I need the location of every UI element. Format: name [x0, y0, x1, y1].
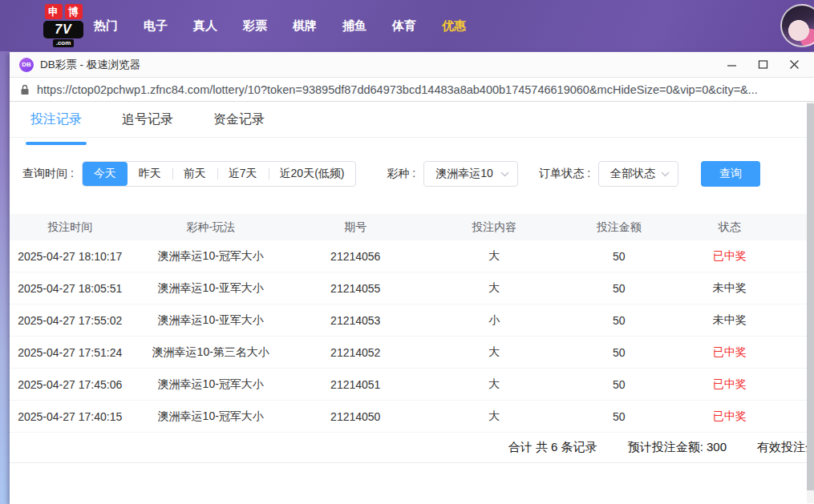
time-option-last-7-days[interactable]: 近7天 [217, 162, 269, 186]
cell-amount: 50 [569, 250, 669, 263]
time-filter-group: 今天昨天前天近7天近20天(低频) [82, 161, 357, 187]
window-title: DB彩票 - 极速浏览器 [40, 58, 140, 72]
cell-game: 澳洲幸运10-第三名大小 [130, 345, 291, 360]
cell-amount: 50 [569, 378, 669, 391]
nav-item-sports[interactable]: 体育 [391, 18, 417, 34]
time-option-today[interactable]: 今天 [83, 162, 128, 186]
cell-issue: 21214050 [291, 410, 419, 423]
cell-content: 大 [420, 281, 569, 296]
window-titlebar[interactable]: DB DB彩票 - 极速浏览器 [10, 52, 814, 78]
cell-status: 已中奖 [669, 409, 789, 424]
nav-item-chess[interactable]: 棋牌 [292, 18, 318, 34]
logo-brand: 7V [43, 21, 83, 38]
summary-bar: 合计 共 6 条记录 预计投注金额: 300 有效投注金 [10, 433, 814, 463]
cell-status: 已中奖 [669, 345, 789, 360]
column-header: 投注内容 [420, 220, 569, 235]
cell-game: 澳洲幸运10-亚军大小 [130, 281, 291, 296]
table-row[interactable]: 2025-04-27 17:51:24澳洲幸运10-第三名大小21214052大… [10, 337, 814, 369]
table-row[interactable]: 2025-04-27 18:10:17澳洲幸运10-冠军大小21214056大5… [10, 240, 814, 272]
order-status-value: 全部状态 [610, 167, 655, 181]
logo-char-1: 申 [45, 4, 63, 19]
cell-issue: 21214055 [291, 282, 419, 295]
filter-bar: 查询时间 : 今天昨天前天近7天近20天(低频) 彩种 : 澳洲幸运10 订单状… [10, 161, 814, 187]
site-logo[interactable]: 申 博 7V .com [43, 4, 83, 47]
nav-item-hot[interactable]: 热门 [93, 18, 119, 34]
minimize-button[interactable] [727, 59, 737, 70]
cell-game: 澳洲幸运10-亚军大小 [130, 313, 291, 328]
lottery-filter-label: 彩种 : [387, 167, 415, 181]
tab-chase-records[interactable]: 追号记录 [122, 111, 173, 137]
cell-amount: 50 [569, 282, 669, 295]
nav-item-promo[interactable]: 优惠 [441, 18, 467, 34]
cell-content: 大 [420, 345, 569, 360]
site-favicon-icon: DB [19, 58, 34, 72]
browser-window: DB DB彩票 - 极速浏览器 https://ctop02pchwp1.zfn… [10, 52, 814, 504]
cell-content: 小 [420, 313, 569, 328]
column-header: 期号 [291, 220, 419, 235]
table-row[interactable]: 2025-04-27 17:45:06澳洲幸运10-冠军大小21214051大5… [10, 369, 814, 401]
cell-issue: 21214052 [291, 346, 419, 359]
table-header-row: 投注时间彩种-玩法期号投注内容投注金额状态 [10, 214, 814, 240]
cell-time: 2025-04-27 18:10:17 [10, 250, 130, 263]
lottery-select[interactable]: 澳洲幸运10 [423, 161, 518, 187]
window-controls [727, 59, 806, 70]
status-filter-label: 订单状态 : [539, 167, 590, 181]
page-root: 申 博 7V .com 热门电子真人彩票棋牌捕鱼体育优惠 DB DB彩票 - 极… [0, 0, 814, 504]
cell-time: 2025-04-27 17:45:06 [10, 378, 130, 391]
time-option-day-before[interactable]: 前天 [172, 162, 217, 186]
cell-game: 澳洲幸运10-冠军大小 [130, 377, 291, 392]
bet-records-table: 投注时间彩种-玩法期号投注内容投注金额状态 2025-04-27 18:10:1… [10, 214, 814, 433]
cell-amount: 50 [569, 314, 669, 327]
column-header: 投注时间 [10, 220, 130, 235]
table-row[interactable]: 2025-04-27 17:40:15澳洲幸运10-冠军大小21214050大5… [10, 401, 814, 433]
nav-item-slots[interactable]: 电子 [143, 18, 168, 34]
top-navbar: 申 博 7V .com 热门电子真人彩票棋牌捕鱼体育优惠 [0, 0, 814, 51]
column-header: 状态 [669, 220, 789, 235]
page-content: 投注记录追号记录资金记录 查询时间 : 今天昨天前天近7天近20天(低频) 彩种… [10, 102, 814, 503]
query-button[interactable]: 查询 [701, 161, 760, 187]
cell-issue: 21214056 [291, 250, 419, 263]
cell-time: 2025-04-27 17:51:24 [10, 346, 130, 359]
cell-game: 澳洲幸运10-冠军大小 [130, 249, 291, 264]
table-body: 2025-04-27 18:10:17澳洲幸运10-冠军大小21214056大5… [10, 240, 814, 433]
address-bar[interactable]: https://ctop02pchwp1.zfnc84.com/lottery/… [10, 78, 814, 102]
cell-amount: 50 [569, 346, 669, 359]
cell-time: 2025-04-27 17:40:15 [10, 410, 130, 423]
cell-status: 未中奖 [669, 281, 789, 296]
time-filter-label: 查询时间 : [22, 167, 74, 181]
user-avatar[interactable] [780, 4, 814, 47]
tab-bet-records[interactable]: 投注记录 [30, 111, 82, 137]
cell-status: 已中奖 [669, 377, 789, 392]
tab-fund-records[interactable]: 资金记录 [213, 111, 265, 137]
logo-domain: .com [53, 39, 75, 47]
cell-content: 大 [420, 249, 569, 264]
logo-char-2: 博 [65, 4, 83, 19]
lottery-select-value: 澳洲幸运10 [435, 167, 493, 181]
lock-icon [20, 84, 30, 95]
cell-status: 未中奖 [669, 313, 789, 328]
column-header: 投注金额 [569, 220, 669, 235]
summary-record-count: 合计 共 6 条记录 [508, 440, 597, 455]
nav-item-fishing[interactable]: 捕鱼 [342, 18, 367, 34]
record-tabs: 投注记录追号记录资金记录 [10, 102, 814, 138]
time-option-yesterday[interactable]: 昨天 [128, 162, 172, 186]
cell-content: 大 [420, 377, 569, 392]
nav-item-live[interactable]: 真人 [192, 18, 218, 34]
cell-game: 澳洲幸运10-冠军大小 [130, 409, 291, 424]
close-button[interactable] [789, 59, 800, 70]
time-option-last-20-days[interactable]: 近20天(低频) [269, 162, 356, 186]
cell-content: 大 [420, 409, 569, 424]
nav-item-lottery[interactable]: 彩票 [242, 18, 268, 34]
summary-valid-amount: 有效投注金 [757, 440, 814, 455]
order-status-select[interactable]: 全部状态 [598, 161, 678, 187]
url-text: https://ctop02pchwp1.zfnc84.com/lottery/… [37, 83, 758, 96]
table-row[interactable]: 2025-04-27 17:55:02澳洲幸运10-亚军大小21214053小5… [10, 304, 814, 337]
scrollbar-thumb[interactable] [807, 103, 814, 490]
cell-time: 2025-04-27 18:05:51 [10, 282, 130, 295]
maximize-button[interactable] [758, 59, 768, 70]
cell-status: 已中奖 [669, 249, 789, 264]
table-row[interactable]: 2025-04-27 18:05:51澳洲幸运10-亚军大小21214055大5… [10, 272, 814, 304]
chevron-down-icon [661, 171, 670, 177]
cell-amount: 50 [569, 410, 669, 423]
vertical-scrollbar[interactable] [807, 102, 814, 503]
